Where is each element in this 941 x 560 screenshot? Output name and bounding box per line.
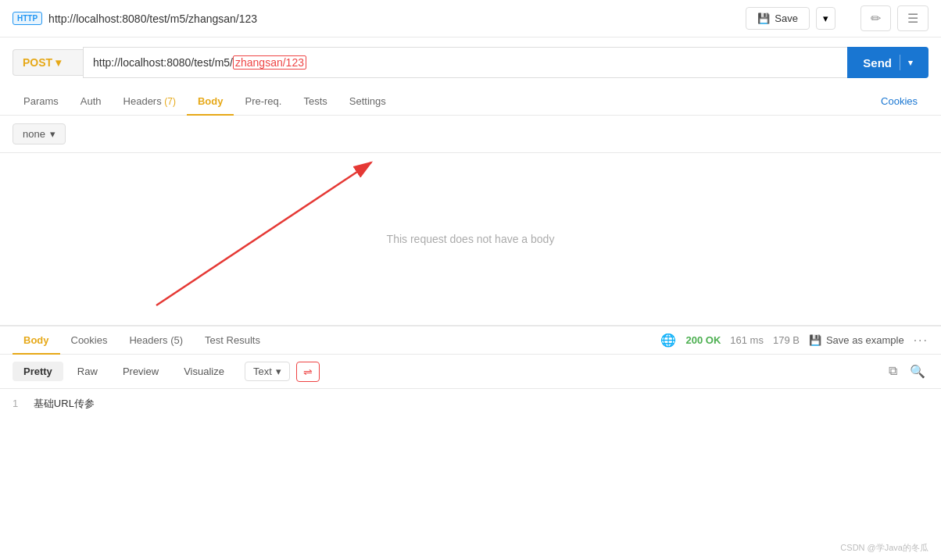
tab-tests[interactable]: Tests [292, 87, 338, 115]
response-section: Body Cookies Headers (5) Test Results 🌐 … [0, 325, 941, 419]
top-bar-actions: 💾 Save ▾ ✏ ☰ [746, 5, 928, 31]
method-chevron-icon: ▾ [55, 56, 61, 69]
send-button[interactable]: Send ▾ [847, 47, 928, 78]
none-chevron-icon: ▾ [50, 128, 55, 140]
tab-prereq-label: Pre-req. [245, 95, 281, 107]
tab-prereq[interactable]: Pre-req. [234, 87, 292, 115]
response-size: 179 B [773, 334, 800, 346]
save-example-label: Save as example [826, 334, 904, 346]
resp-tab-cookies-label: Cookies [71, 334, 108, 346]
fmt-tab-visualize[interactable]: Visualize [173, 362, 235, 381]
save-as-example-button[interactable]: 💾 Save as example [809, 334, 904, 346]
tab-headers[interactable]: Headers (7) [113, 87, 187, 115]
fmt-tab-pretty-label: Pretty [23, 366, 52, 377]
empty-body-message: This request does not have a body [0, 153, 941, 325]
format-action-buttons: ⧉ 🔍 [886, 361, 928, 382]
globe-icon: 🌐 [660, 333, 676, 348]
send-chevron-icon: ▾ [908, 58, 913, 68]
fmt-tab-preview-label: Preview [123, 366, 159, 377]
search-button[interactable]: 🔍 [907, 361, 928, 382]
none-label: none [23, 128, 45, 140]
fmt-tab-raw-label: Raw [77, 366, 98, 377]
send-label: Send [863, 56, 892, 70]
body-type-section: none ▾ [0, 116, 941, 153]
chevron-down-icon: ▾ [823, 12, 828, 24]
send-divider [900, 55, 900, 70]
comment-button[interactable]: ☰ [897, 5, 928, 31]
response-body-content: 1 基础URL传参 [0, 389, 941, 419]
method-label: POST [23, 56, 52, 69]
resp-tab-test-results[interactable]: Test Results [194, 326, 271, 354]
request-tabs-nav: Params Auth Headers (7) Body Pre-req. Te… [0, 87, 941, 116]
watermark: CSDN @学Java的冬瓜 [840, 542, 928, 554]
tab-cookies[interactable]: Cookies [870, 87, 928, 115]
resp-tab-test-results-label: Test Results [205, 334, 260, 346]
top-bar: HTTP http://localhost:8080/test/m5/zhang… [0, 0, 941, 37]
filter-button[interactable]: ⇌ [296, 362, 320, 382]
copy-button[interactable]: ⧉ [886, 361, 900, 382]
tab-params[interactable]: Params [13, 87, 70, 115]
tab-cookies-label: Cookies [881, 95, 918, 107]
resp-tab-cookies[interactable]: Cookies [60, 326, 119, 354]
more-options-button[interactable]: ··· [914, 334, 928, 348]
save-example-disk-icon: 💾 [809, 334, 821, 346]
url-prefix: http://localhost:8080/test/m5/ [93, 56, 233, 69]
topbar-url: http://localhost:8080/test/m5/zhangsan/1… [48, 12, 739, 25]
resp-tab-body-label: Body [23, 334, 49, 346]
fmt-tab-visualize-label: Visualize [184, 366, 224, 377]
fmt-tab-preview[interactable]: Preview [112, 362, 170, 381]
comment-icon: ☰ [907, 12, 918, 25]
tab-headers-label: Headers [123, 95, 165, 107]
fmt-tab-pretty[interactable]: Pretty [13, 362, 63, 381]
resp-tab-headers[interactable]: Headers (5) [118, 326, 194, 354]
status-ok: 200 OK [685, 334, 721, 346]
resp-status-area: 🌐 200 OK 161 ms 179 B 💾 Save as example … [660, 333, 928, 348]
save-dropdown-button[interactable]: ▾ [816, 7, 835, 30]
tab-auth-label: Auth [81, 95, 102, 107]
empty-body-text: This request does not have a body [387, 233, 555, 245]
text-selector-label: Text [253, 366, 272, 377]
response-tabs-nav: Body Cookies Headers (5) Test Results 🌐 … [0, 326, 941, 355]
save-disk-icon: 💾 [757, 12, 770, 24]
save-button[interactable]: 💾 Save [746, 7, 810, 30]
resp-tab-headers-label: Headers (5) [129, 334, 183, 346]
resp-tab-body[interactable]: Body [13, 326, 60, 354]
tab-body-label: Body [198, 95, 224, 107]
save-label: Save [775, 12, 798, 24]
response-time: 161 ms [730, 334, 764, 346]
tab-headers-badge: (7) [164, 96, 176, 107]
edit-button[interactable]: ✏ [860, 5, 891, 31]
http-badge: HTTP [13, 12, 42, 25]
tab-auth[interactable]: Auth [70, 87, 113, 115]
pencil-icon: ✏ [871, 12, 881, 25]
fmt-tab-raw[interactable]: Raw [66, 362, 109, 381]
format-bar: Pretty Raw Preview Visualize Text ▾ ⇌ ⧉ … [0, 355, 941, 389]
request-bar: POST ▾ http://localhost:8080/test/m5/zha… [0, 37, 941, 87]
response-line-1: 1 基础URL传参 [13, 395, 928, 412]
url-input[interactable]: http://localhost:8080/test/m5/zhangsan/1… [83, 47, 847, 78]
none-selector[interactable]: none ▾ [13, 123, 66, 144]
line-number-1: 1 [13, 398, 18, 409]
text-selector-chevron-icon: ▾ [276, 366, 281, 377]
url-highlight: zhangsan/123 [233, 55, 306, 70]
response-text: 基础URL传参 [34, 398, 95, 409]
tab-settings-label: Settings [349, 95, 386, 107]
tab-settings[interactable]: Settings [338, 87, 397, 115]
tab-params-label: Params [23, 95, 59, 107]
method-selector[interactable]: POST ▾ [13, 49, 83, 76]
text-type-selector[interactable]: Text ▾ [245, 362, 290, 381]
tab-tests-label: Tests [303, 95, 327, 107]
annotation-area: This request does not have a body [0, 153, 941, 325]
filter-icon: ⇌ [303, 366, 313, 378]
tab-body[interactable]: Body [187, 87, 234, 115]
